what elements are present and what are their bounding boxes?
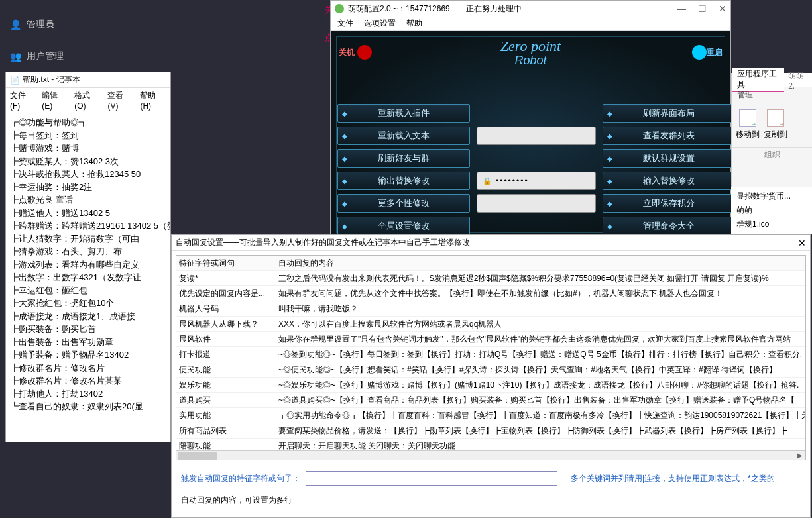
table-row[interactable]: 陪聊功能开启聊天：开启聊天功能 关闭聊天：关闭聊天功能 bbox=[176, 439, 805, 450]
sidebar-item-admin[interactable]: 👤 管理员 bbox=[7, 13, 162, 36]
robot-config-window: 萌萌配置2.0.~：1547712669——正在努力处理中 — ☐ ✕ 文件 选… bbox=[330, 0, 731, 238]
copy-icon bbox=[767, 109, 784, 127]
notepad-icon: 📄 bbox=[10, 76, 20, 85]
table-row[interactable]: 打卡报道~◎签到功能◎~【换行】每日签到：签到【换行】打劫：打劫Q号【换行】赠送… bbox=[176, 347, 805, 362]
move-label: 移动到 bbox=[736, 129, 760, 140]
view-groups-button[interactable]: 查看友群列表 bbox=[603, 127, 735, 145]
menu-file[interactable]: 文件(F) bbox=[10, 90, 35, 111]
output-replace-button[interactable]: 输出替换修改 bbox=[337, 172, 470, 190]
cell-key: 便民功能 bbox=[176, 362, 276, 377]
app-icon bbox=[335, 4, 344, 13]
table-header: 特征字符或词句 自动回复的内容 bbox=[176, 256, 805, 271]
cell-key: 晨风机器人从哪下载？ bbox=[176, 317, 276, 331]
cell-key: 机器人号码 bbox=[176, 301, 276, 316]
reload-plugin-button[interactable]: 重新载入插件 bbox=[337, 104, 470, 123]
cell-value: 叫我干嘛，请我吃饭？ bbox=[276, 301, 805, 316]
restart-label: 重启 bbox=[707, 47, 723, 58]
cell-value: 要查阅某类物品价格，请发送：【换行】┣勋章列表【换行】┣宝物列表【换行】┣防御列… bbox=[276, 423, 805, 438]
cell-key: 实用功能 bbox=[176, 408, 276, 423]
sidebar-item-label: 管理员 bbox=[27, 19, 54, 30]
ribbon-tab-app-tools[interactable]: 应用程序工具 bbox=[732, 68, 784, 92]
sidebar-item-label: 用户管理 bbox=[27, 50, 64, 62]
admin-commands-button[interactable]: 管理命令大全 bbox=[603, 217, 735, 235]
menu-help[interactable]: 帮助 bbox=[406, 18, 422, 29]
window-title: 自动回复设置——可批量导入别人制作好的回复文件或在记事本中自己手工增添修改 bbox=[176, 237, 470, 248]
notepad-titlebar[interactable]: 📄 帮助.txt - 记事本 bbox=[6, 72, 170, 88]
cell-key: 陪聊功能 bbox=[176, 439, 276, 450]
window-title: 帮助.txt - 记事本 bbox=[23, 74, 80, 85]
cell-value: 三秒之后代码没有发出来则代表死代码！。$发消息延迟2秒$回声$隐藏$%积分要求7… bbox=[276, 271, 805, 285]
ribbon-tab-other[interactable]: 萌萌2. bbox=[784, 70, 812, 91]
cell-value: ~◎签到功能◎~【换行】每日签到：签到【换行】打劫：打劫Q号【换行】赠送：赠送Q… bbox=[276, 347, 805, 362]
table-row[interactable]: 晨风机器人从哪下载？XXX，你可以在百度上搜索晨风软件官方网站或者晨风qq机器人 bbox=[176, 317, 805, 332]
file-item[interactable]: 萌萌 bbox=[734, 203, 809, 217]
notepad-textarea[interactable]: ┏◎功能与帮助◎┓┣每日签到：签到┣赌博游戏：赌博┣赞或贬某人：赞13402 3… bbox=[6, 113, 170, 416]
table-row[interactable]: 机器人号码叫我干嘛，请我吃饭？ bbox=[176, 301, 805, 317]
extra-input[interactable] bbox=[477, 194, 596, 213]
password-input[interactable]: •••••••• bbox=[477, 172, 596, 190]
file-item[interactable]: 显拟数字货币... bbox=[734, 189, 809, 203]
global-settings-button[interactable]: 全局设置修改 bbox=[337, 217, 470, 235]
minimize-button[interactable]: — bbox=[677, 3, 686, 14]
text-line: ┣修改群名片：修改名片某某 bbox=[10, 374, 166, 388]
default-rules-button[interactable]: 默认群规设置 bbox=[603, 149, 735, 168]
robot-titlebar[interactable]: 萌萌配置2.0.~：1547712669——正在努力处理中 — ☐ ✕ bbox=[331, 1, 730, 17]
text-line: ┗查看自己的奴隶：奴隶列表20(显 bbox=[10, 400, 166, 413]
reply-table-scroll[interactable]: 特征字符或词句 自动回复的内容 复读*三秒之后代码没有发出来则代表死代码！。$发… bbox=[176, 256, 805, 450]
menu-options[interactable]: 选项设置 bbox=[364, 18, 396, 29]
power-off-button[interactable]: 关机 bbox=[339, 45, 372, 60]
table-row[interactable]: 复读*三秒之后代码没有发出来则代表死代码！。$发消息延迟2秒$回声$隐藏$%积分… bbox=[176, 271, 805, 286]
text-line: ┣出售装备：出售军功勋章 bbox=[10, 336, 166, 349]
explorer-ribbon: 应用程序工具 萌萌2. 管理 移动到 复制到 组织 bbox=[731, 73, 812, 192]
cell-key: 优先设定的回复内容是... bbox=[176, 286, 276, 301]
table-row[interactable]: 优先设定的回复内容是...如果有群友问问题，优先从这个文件中找答案。【换行】即使… bbox=[176, 286, 805, 301]
cell-value: 开启聊天：开启聊天功能 关闭聊天：关闭聊天功能 bbox=[276, 439, 805, 450]
text-line: ┣大家抢红包：扔红包10个 bbox=[10, 297, 166, 310]
text-line: ┣出数字：出数字4321（发数字让 bbox=[10, 271, 166, 284]
reload-text-button[interactable]: 重新载入文本 bbox=[337, 127, 470, 145]
users-icon: 👥 bbox=[10, 51, 21, 62]
maximize-button[interactable]: ☐ bbox=[698, 3, 707, 14]
copy-label: 复制到 bbox=[764, 129, 787, 140]
cell-key: 道具购买 bbox=[176, 393, 276, 407]
notepad-window: 📄 帮助.txt - 记事本 文件(F) 编辑(E) 格式(O) 查看(V) 帮… bbox=[5, 72, 171, 442]
cell-value: ~◎便民功能◎~【换行】想看笑话：#笑话【换行】#探头诗：探头诗【换行】天气查询… bbox=[276, 362, 805, 377]
window-title: 萌萌配置2.0.~：1547712669——正在努力处理中 bbox=[348, 3, 522, 15]
cell-key: 晨风软件 bbox=[176, 332, 276, 346]
table-row[interactable]: 便民功能~◎便民功能◎~【换行】想看笑话：#笑话【换行】#探头诗：探头诗【换行】… bbox=[176, 362, 805, 378]
menu-format[interactable]: 格式(O) bbox=[74, 90, 101, 111]
refresh-layout-button[interactable]: 刷新界面布局 bbox=[603, 104, 735, 123]
restart-button[interactable]: 重启 bbox=[689, 45, 723, 60]
copy-to-button[interactable]: 复制到 bbox=[764, 109, 787, 140]
move-to-button[interactable]: 移动到 bbox=[736, 109, 760, 140]
table-row[interactable]: 晨风软件如果你在群规里设置了"只有包含关键词才触发"，那么包含"晨风软件"的关键… bbox=[176, 332, 805, 347]
input-replace-button[interactable]: 输入替换修改 bbox=[603, 172, 735, 190]
menu-help[interactable]: 帮助(H) bbox=[140, 90, 166, 111]
header-value: 自动回复的内容 bbox=[276, 256, 805, 270]
file-item[interactable]: 群规1.ico bbox=[734, 217, 809, 231]
autoreply-titlebar[interactable]: 自动回复设置——可批量导入别人制作好的回复文件或在记事本中自己手工增添修改 ✕ bbox=[172, 235, 810, 251]
menu-edit[interactable]: 编辑(E) bbox=[42, 90, 68, 111]
table-row[interactable]: 所有商品列表要查阅某类物品价格，请发送：【换行】┣勋章列表【换行】┣宝物列表【换… bbox=[176, 423, 805, 439]
account-input[interactable] bbox=[477, 127, 596, 145]
table-row[interactable]: 实用功能┏◎实用功能命令◎┓【换行】┣百度百科：百科感冒【换行】┣百度知道：百度… bbox=[176, 408, 805, 423]
trigger-input[interactable] bbox=[306, 471, 557, 486]
menu-view[interactable]: 查看(V) bbox=[107, 90, 133, 111]
horizontal-scrollbar[interactable]: ▶ bbox=[176, 450, 805, 460]
text-line: ┣赌博游戏：赌博 bbox=[10, 142, 166, 155]
text-line: ┣游戏列表：看群内有哪些自定义 bbox=[10, 258, 166, 272]
content-label: 自动回复的内容，可设置为多行 bbox=[181, 495, 801, 506]
table-row[interactable]: 道具购买~◎道具购买◎~【换行】查看商品：商品列表【换行】购买装备：购买匕首【换… bbox=[176, 393, 805, 408]
sidebar-item-user-mgmt[interactable]: 👥 用户管理 bbox=[7, 45, 162, 68]
table-row[interactable]: 娱乐功能~◎娱乐功能◎~【换行】赌博游戏：赌博【换行】(赌博1赌10下注10)【… bbox=[176, 378, 805, 393]
save-points-button[interactable]: 立即保存积分 bbox=[603, 194, 735, 213]
file-list: 显拟数字货币... 萌萌 群规1.ico bbox=[731, 187, 812, 234]
refresh-friends-button[interactable]: 刷新好友与群 bbox=[337, 149, 470, 168]
power-icon bbox=[357, 45, 372, 60]
close-button[interactable]: ✕ bbox=[798, 238, 806, 248]
close-button[interactable]: ✕ bbox=[719, 3, 726, 14]
scroll-right-icon[interactable]: ▶ bbox=[797, 452, 803, 459]
text-line: ┣成语接龙：成语接龙1、成语接 bbox=[10, 310, 166, 323]
more-custom-button[interactable]: 更多个性修改 bbox=[337, 194, 470, 213]
menu-file[interactable]: 文件 bbox=[337, 18, 353, 29]
